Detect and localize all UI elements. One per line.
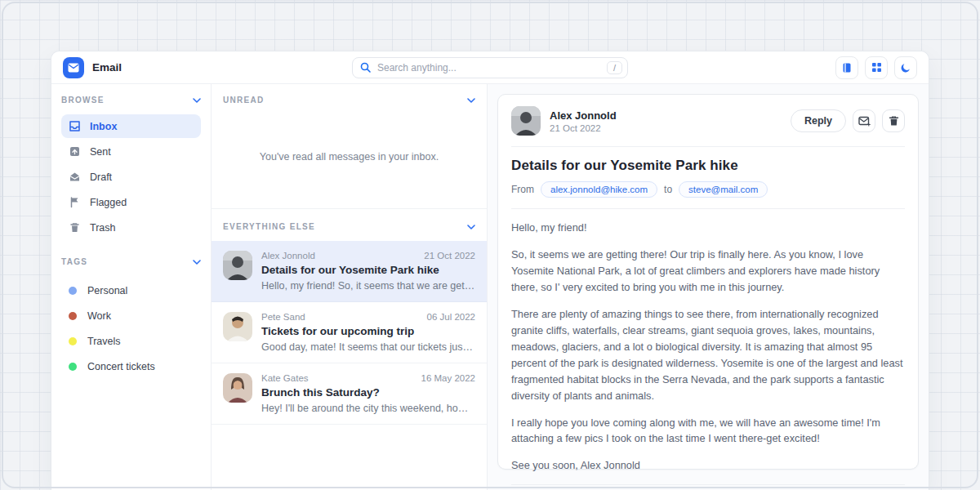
sent-icon <box>69 145 81 158</box>
search-input[interactable] <box>377 62 600 74</box>
tag-item-travels[interactable]: Travels <box>61 328 201 354</box>
chevron-down-icon[interactable] <box>193 98 201 103</box>
chevron-down-icon[interactable] <box>193 260 201 265</box>
reply-button[interactable]: Reply <box>791 109 846 132</box>
from-email-pill[interactable]: alex.jonnold@hike.com <box>541 181 657 198</box>
draft-icon <box>69 171 81 183</box>
tag-item-work[interactable]: Work <box>61 303 201 328</box>
browse-section-header: BROWSE <box>61 96 201 105</box>
header-actions <box>754 56 917 79</box>
detail-header: Alex Jonnold 21 Oct 2022 Reply <box>511 106 905 136</box>
tag-item-concert-tickets[interactable]: Concert tickets <box>61 354 201 379</box>
body-paragraph: I really hope you love coming along with… <box>511 415 905 448</box>
mail-preview: Hello, my friend! So, it seems that we a… <box>261 280 475 292</box>
mail-date: 21 Oct 2022 <box>424 251 475 261</box>
brand: Email <box>63 57 226 78</box>
folder-list: Inbox Sent Draft <box>61 114 201 239</box>
unread-empty-state: You've read all messages in your inbox. <box>212 113 487 209</box>
message-body: Hello, my friend! So, it seems we are ge… <box>511 220 905 474</box>
avatar <box>223 373 252 403</box>
mail-date: 06 Jul 2022 <box>427 312 475 322</box>
detail-actions: Reply <box>791 109 905 132</box>
browse-label: BROWSE <box>61 96 105 105</box>
mail-preview: Hey! I'll be around the city this weeken… <box>261 403 475 414</box>
sidebar-item-label: Sent <box>90 146 111 158</box>
avatar <box>511 106 541 136</box>
sidebar-item-inbox[interactable]: Inbox <box>61 114 201 138</box>
search-area: / <box>226 57 754 78</box>
sidebar-item-label: Inbox <box>90 121 117 132</box>
message-detail-column: Alex Jonnold 21 Oct 2022 Reply De <box>488 84 929 490</box>
mail-sender: Kate Gates <box>261 373 309 383</box>
sidebar-item-label: Flagged <box>90 197 127 208</box>
tag-label: Concert tickets <box>87 361 155 372</box>
tag-color-dot <box>69 312 77 320</box>
detail-sender-name: Alex Jonnold <box>550 109 791 122</box>
tag-label: Work <box>87 310 111 322</box>
chevron-down-icon[interactable] <box>467 98 475 103</box>
mail-subject: Tickets for our upcoming trip <box>261 325 475 337</box>
tags-section-header: TAGS <box>61 257 201 266</box>
tags-section: TAGS Personal Work <box>61 257 201 379</box>
tag-color-dot <box>69 363 77 371</box>
inbox-icon <box>69 120 81 132</box>
mail-list-item-pete[interactable]: Pete Sand 06 Jul 2022 Tickets for our up… <box>212 302 487 363</box>
from-label: From <box>511 184 534 195</box>
search-icon <box>360 62 371 73</box>
body-paragraph: See you soon, Alex Jonnold <box>511 457 905 474</box>
to-email-pill[interactable]: steve@mail.com <box>679 181 768 198</box>
avatar <box>223 312 252 341</box>
email-app-window: Email / BR <box>51 51 929 490</box>
tag-color-dot <box>69 337 77 345</box>
chevron-down-icon[interactable] <box>467 225 475 229</box>
divider <box>511 146 905 147</box>
flag-icon <box>69 196 81 208</box>
mail-date: 16 May 2022 <box>421 373 476 383</box>
sidebar-item-label: Trash <box>90 222 116 234</box>
mark-unread-envelope-button[interactable] <box>853 109 875 132</box>
search-shortcut-badge: / <box>607 61 622 74</box>
mail-list-item-alex[interactable]: Alex Jonnold 21 Oct 2022 Details for our… <box>212 241 487 302</box>
trash-icon <box>69 221 81 234</box>
everything-else-section-header: EVERYTHING ELSE <box>212 209 487 239</box>
dark-mode-moon-button[interactable] <box>894 56 917 79</box>
mail-subject: Details for our Yosemite Park hike <box>261 264 475 276</box>
sidebar-item-label: Draft <box>90 172 112 183</box>
email-logo-icon <box>63 57 84 78</box>
sidebar: BROWSE Inbox Sent <box>51 84 212 490</box>
message-detail-card: Alex Jonnold 21 Oct 2022 Reply De <box>497 94 919 470</box>
to-label: to <box>664 184 672 195</box>
tag-label: Personal <box>87 285 127 296</box>
delete-trash-button[interactable] <box>882 109 905 132</box>
sidebar-item-draft[interactable]: Draft <box>61 165 201 189</box>
search-box[interactable]: / <box>352 57 628 78</box>
mail-list-item-kate[interactable]: Kate Gates 16 May 2022 Brunch this Satur… <box>212 363 487 425</box>
sidebar-item-trash[interactable]: Trash <box>61 216 201 239</box>
mail-sender: Alex Jonnold <box>261 251 315 261</box>
app-header: Email / <box>51 51 929 84</box>
unread-section-header: UNREAD <box>212 84 487 113</box>
from-to-row: From alex.jonnold@hike.com to steve@mail… <box>511 181 905 198</box>
detail-subject: Details for our Yosemite Park hike <box>511 158 905 174</box>
divider <box>511 208 905 209</box>
apps-grid-button[interactable] <box>865 56 888 79</box>
contacts-book-button[interactable] <box>835 56 858 79</box>
mail-subject: Brunch this Saturday? <box>261 386 475 399</box>
avatar <box>223 251 252 280</box>
mail-list: Alex Jonnold 21 Oct 2022 Details for our… <box>212 241 487 425</box>
body-paragraph: Hello, my friend! <box>511 220 905 236</box>
tag-color-dot <box>69 287 77 295</box>
sidebar-item-sent[interactable]: Sent <box>61 140 201 163</box>
body-paragraph: There are plenty of amazing things to se… <box>511 306 905 404</box>
unread-label: UNREAD <box>223 96 265 105</box>
body-paragraph: So, it seems we are getting there! Our t… <box>511 247 905 296</box>
tag-item-personal[interactable]: Personal <box>61 278 201 303</box>
tags-label: TAGS <box>61 257 87 266</box>
app-title: Email <box>92 61 122 74</box>
sidebar-item-flagged[interactable]: Flagged <box>61 190 201 214</box>
tag-list: Personal Work Travels Concert tickets <box>61 278 201 379</box>
mail-sender: Pete Sand <box>261 312 305 322</box>
divider <box>511 484 905 485</box>
everything-else-label: EVERYTHING ELSE <box>223 222 315 231</box>
mail-preview: Good day, mate! It seems that our ticket… <box>261 341 475 353</box>
